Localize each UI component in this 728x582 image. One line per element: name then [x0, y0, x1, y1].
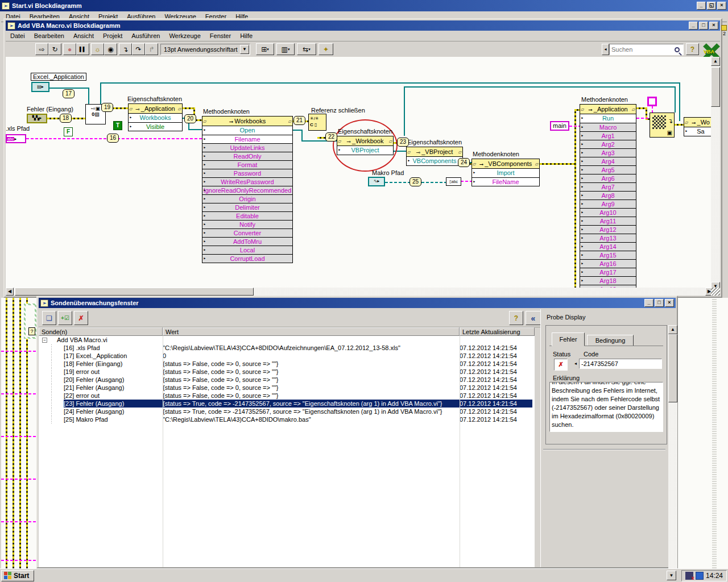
probe-row[interactable]: [17] Excel._Application 0 07.12.2012 14:… — [39, 352, 535, 360]
probe-row[interactable]: [23] Fehler (Ausgang) {status => True, c… — [39, 400, 535, 408]
probe-16[interactable]: 16 — [107, 134, 119, 143]
close-button[interactable]: × — [665, 299, 674, 307]
node-row[interactable]: Filename — [202, 135, 292, 143]
start-button[interactable]: Start — [1, 570, 34, 581]
step-into-button[interactable]: ↴ — [119, 43, 132, 55]
node-row[interactable]: Origin — [202, 194, 292, 203]
node-row[interactable]: Arg2 — [580, 140, 636, 148]
clock[interactable]: 14:24 — [706, 572, 723, 580]
maximize-button[interactable]: □ — [655, 299, 664, 307]
node-row[interactable]: VBComponents — [407, 157, 462, 165]
probe-25[interactable]: 25 — [410, 177, 421, 186]
panel-scrollbar[interactable]: ▲ ▼ — [668, 325, 677, 580]
probe-23[interactable]: 23 — [397, 138, 409, 147]
node-row[interactable]: AddToMru — [202, 237, 292, 246]
scrollbar-thumb[interactable] — [15, 288, 254, 296]
node-row[interactable]: Arg16 — [580, 259, 636, 268]
probe-row[interactable]: [16] .xls Pfad "C:\Regis\Labview\TELA\43… — [39, 344, 535, 352]
tab-fehler[interactable]: Fehler — [552, 332, 585, 346]
minimize-button[interactable]: _ — [697, 2, 706, 10]
probe-22[interactable]: 22 — [325, 132, 337, 142]
vertical-scrollbar[interactable]: ▲ ▼ — [711, 57, 720, 291]
node-row[interactable]: Arg8 — [580, 191, 636, 199]
search-history-icon[interactable]: ◂ — [602, 44, 609, 55]
probe-24[interactable]: 24 — [458, 158, 470, 167]
reorder-button[interactable]: ⇆▾ — [297, 43, 316, 55]
menu-item[interactable]: Werkzeuge — [164, 31, 205, 40]
node-row[interactable]: Macro — [580, 123, 636, 131]
code-spinner[interactable]: ◂ — [574, 361, 577, 366]
probe-row[interactable]: [20] Fehler (Ausgang) {status => False, … — [39, 376, 535, 384]
node-row[interactable]: FileName — [472, 177, 539, 186]
minimize-button[interactable]: _ — [689, 22, 698, 30]
step-over-button[interactable]: ↷ — [132, 43, 145, 55]
add-probes-button[interactable]: +☑ — [58, 311, 72, 325]
node-row[interactable]: Local — [202, 246, 292, 254]
expander-icon[interactable]: − — [42, 338, 47, 343]
collapse-panel-button[interactable]: « — [526, 311, 541, 325]
close-button[interactable]: × — [717, 2, 726, 10]
node-row[interactable]: Arg11 — [580, 217, 636, 225]
node-row[interactable]: Format — [202, 160, 292, 169]
cluster-constant[interactable] — [647, 97, 657, 106]
tree-root-row[interactable]: − Add VBA Macro.vi — [39, 336, 535, 344]
node-row[interactable]: Arg5 — [580, 165, 636, 174]
probe-21[interactable]: 21 — [293, 116, 305, 125]
minimize-button[interactable]: _ — [644, 299, 653, 307]
scrollbar-thumb[interactable] — [668, 334, 677, 402]
pause-button[interactable]: ▌▌ — [76, 43, 89, 55]
node-row[interactable]: Arg13 — [580, 234, 636, 242]
method-node-workbooks[interactable]: ➞Workbooks OpenFilenameUpdateLinksReadOn… — [202, 116, 293, 263]
new-watch-window-button[interactable]: ❏ — [42, 311, 56, 325]
menu-item[interactable]: Datei — [6, 31, 30, 40]
property-node-application[interactable]: ⊸_Application WorkbooksVisible — [128, 103, 183, 131]
node-row[interactable]: VBProject — [337, 146, 393, 155]
help-button[interactable]: ? — [509, 311, 523, 325]
tab-bedingung[interactable]: Bedingung — [587, 335, 634, 346]
main-string-constant[interactable]: main — [550, 121, 569, 131]
node-row[interactable]: IgnoreReadOnlyRecommended — [202, 186, 292, 194]
property-node-workbook[interactable]: ⊸_Workbook VBProject — [337, 136, 394, 155]
search-input-wrap[interactable] — [609, 44, 684, 55]
horizontal-scrollbar[interactable]: ◀ ▶ — [6, 288, 713, 296]
network-disconnected-icon[interactable]: × — [685, 572, 693, 580]
abort-button[interactable]: ● — [63, 43, 76, 55]
resize-grip[interactable] — [711, 288, 720, 296]
node-row[interactable]: WriteResPassword — [202, 177, 292, 186]
run-continuously-button[interactable]: ↻ — [48, 43, 61, 55]
menu-item[interactable]: Bearbeiten — [30, 31, 69, 40]
probe-18[interactable]: 18 — [60, 114, 72, 123]
node-row[interactable]: CorruptLoad — [202, 254, 292, 263]
search-icon[interactable] — [675, 47, 680, 52]
node-row[interactable]: Delimiter — [202, 203, 292, 211]
scroll-up-icon[interactable]: ▲ — [711, 57, 720, 66]
path-to-string-node[interactable]: ▯abc — [446, 177, 461, 186]
method-node-vbcomponents[interactable]: ➞_VBComponents ImportFileName — [471, 159, 540, 186]
node-row[interactable]: Editable — [202, 211, 292, 220]
node-row[interactable]: Workbooks — [129, 114, 182, 122]
xls-pfad-control[interactable]: abc▸ — [6, 134, 26, 143]
node-row[interactable]: Converter — [202, 228, 292, 237]
variant-to-data-node[interactable]: ↴ ▣ — [650, 113, 675, 138]
node-row[interactable]: UpdateLinks — [202, 143, 292, 152]
column-header-letzte[interactable]: Letzte Aktualisierung — [460, 327, 535, 336]
align-objects-button[interactable]: ⊞▾ — [256, 43, 274, 55]
search-input[interactable] — [610, 46, 664, 53]
scroll-up-icon[interactable]: ▲ — [668, 325, 677, 334]
false-constant[interactable]: F — [64, 127, 73, 136]
tray-app-icon[interactable] — [696, 572, 704, 580]
block-diagram[interactable]: Excel._Application ▤▸ Fehler (Eingang) ▚… — [6, 57, 713, 291]
probe-row[interactable]: [24] Fehler (Ausgang) {status => True, c… — [39, 408, 535, 415]
scroll-left-icon[interactable]: ◀ — [6, 288, 14, 296]
node-row[interactable]: Password — [202, 169, 292, 177]
node-row[interactable]: Arg10 — [580, 208, 636, 217]
fehler-eingang-control[interactable]: ▚▚▸ — [27, 114, 47, 123]
node-row[interactable]: Arg12 — [580, 225, 636, 234]
probe-row[interactable]: [19] error out {status => False, code =>… — [39, 368, 535, 376]
node-row[interactable]: Open — [202, 126, 292, 135]
probe-row[interactable]: [18] Fehler (Eingang) {status => False, … — [39, 360, 535, 368]
probe-17[interactable]: 17 — [63, 89, 75, 98]
retain-wire-values-button[interactable]: ◉ — [104, 43, 117, 55]
menu-item[interactable]: Fenster — [205, 31, 235, 40]
node-row[interactable]: Arg6 — [580, 174, 636, 182]
